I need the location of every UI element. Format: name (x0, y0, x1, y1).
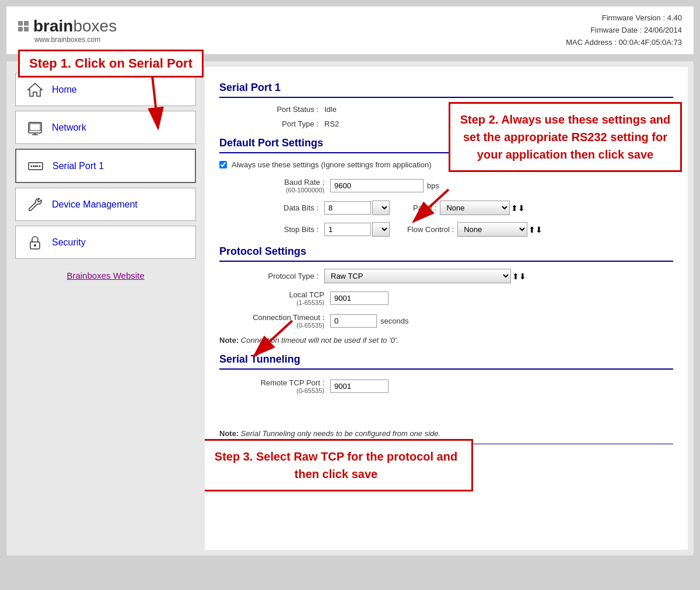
svg-point-14 (34, 244, 36, 247)
serial-icon (25, 156, 46, 176)
port-status-value: Idle (324, 105, 337, 114)
connection-timeout-input[interactable] (330, 314, 377, 328)
always-use-checkbox[interactable] (219, 161, 227, 168)
svg-point-10 (34, 165, 36, 167)
mac-value: 00:0A:4F:05:0A:73 (619, 38, 682, 47)
port-status-label: Port Status : (219, 105, 324, 114)
port-type-value: RS2 (324, 120, 339, 128)
protocol-type-select[interactable]: Raw TCP Virtual COM Telnet UDP (324, 269, 511, 283)
data-bits-input[interactable] (324, 201, 371, 215)
logo-text: brainboxes (33, 17, 117, 36)
remote-tcp-row: Remote TCP Port : (0-65535) (219, 378, 673, 394)
network-icon (24, 117, 45, 138)
port-type-label: Port Type : (219, 120, 324, 128)
sidebar-item-home-label: Home (52, 85, 77, 95)
step3-annotation: Step 3. Select Raw TCP for the protocol … (205, 439, 473, 491)
note2-text: Serial Tunneling only needs to be config… (241, 429, 440, 438)
baud-rate-label: Baud Rate : (284, 178, 324, 187)
remote-tcp-input[interactable] (330, 380, 388, 393)
flow-control-select[interactable]: None RTS/CTS XON/XOFF (457, 222, 527, 237)
sidebar-item-serial-label: Serial Port 1 (52, 161, 104, 171)
firmware-date-label: Fimware Date : (590, 26, 642, 34)
main-container: Step 1. Click on Serial Port (6, 61, 694, 556)
flow-arrow-icon: ⬆⬇ (528, 225, 542, 234)
firmware-version-label: Firmware Version : (602, 13, 665, 22)
svg-line-1 (152, 76, 158, 128)
data-bits-spinner[interactable]: ⬆⬇ (372, 201, 390, 215)
parity-arrow-icon: ⬆⬇ (511, 203, 525, 213)
svg-marker-2 (28, 83, 42, 96)
protocol-type-row: Protocol Type : Raw TCP Virtual COM Teln… (219, 269, 673, 283)
local-tcp-input[interactable] (330, 292, 388, 305)
arrow3 (240, 309, 310, 369)
remote-tcp-label: Remote TCP Port : (261, 378, 324, 387)
local-tcp-row: Local TCP (1-65535) (219, 290, 673, 306)
content-area: Step 2. Always use these settings and se… (205, 67, 688, 550)
wrench-icon (24, 194, 45, 215)
local-tcp-sublabel: (1-65535) (296, 299, 324, 306)
protocol-type-label: Protocol Type : (219, 272, 324, 280)
stop-bits-spinner[interactable]: ⬆⬇ (372, 222, 390, 237)
website-link-text[interactable]: Brainboxes Website (66, 271, 144, 280)
sidebar-item-network-label: Network (52, 122, 86, 133)
firmware-version-value: 4.40 (667, 13, 682, 22)
svg-line-16 (414, 189, 449, 222)
serial-port-title: Serial Port 1 (219, 82, 673, 98)
step2-annotation: Step 2. Always use these settings and se… (449, 102, 682, 172)
sidebar-item-serial-port[interactable]: Serial Port 1 (15, 149, 196, 183)
svg-point-12 (38, 165, 40, 167)
svg-point-8 (30, 165, 32, 167)
note2: Note: Serial Tunneling only needs to be … (219, 429, 673, 438)
logo-dots (18, 21, 29, 31)
website-link[interactable]: Brainboxes Website (15, 271, 196, 280)
connection-timeout-unit: seconds (380, 317, 408, 325)
svg-point-9 (33, 165, 34, 167)
logo-url: www.brainboxes.com (34, 36, 100, 44)
page-header: brainboxes www.brainboxes.com Firmware V… (6, 6, 694, 55)
stop-bits-label: Stop Bits : (219, 225, 324, 234)
svg-rect-3 (29, 122, 41, 133)
data-bits-label: Data Bits : (219, 203, 324, 212)
sidebar-item-security-label: Security (52, 237, 86, 248)
remote-tcp-sublabel: (0-65535) (296, 387, 324, 394)
device-info: Firmware Version : 4.40 Fimware Date : 2… (566, 12, 682, 48)
logo: brainboxes www.brainboxes.com (18, 17, 117, 44)
svg-rect-4 (30, 124, 40, 131)
lock-icon (24, 232, 45, 252)
sidebar-item-device-label: Device Management (52, 199, 138, 210)
arrow2 (402, 184, 460, 232)
sidebar-item-security[interactable]: Security (15, 226, 196, 259)
home-icon (24, 79, 45, 100)
firmware-date-value: 24/06/2014 (644, 26, 682, 34)
svg-line-18 (254, 321, 292, 356)
sidebar-item-device-management[interactable]: Device Management (15, 188, 196, 221)
always-use-label: Always use these settings (Ignore settin… (232, 160, 432, 169)
protocol-arrow-icon: ⬆⬇ (512, 272, 526, 281)
stop-bits-input[interactable] (324, 223, 371, 236)
svg-point-11 (36, 165, 38, 167)
baud-rate-sublabel: (60-1000000) (286, 187, 324, 194)
mac-label: MAC Address : (566, 38, 617, 47)
protocol-settings-title: Protocol Settings (219, 245, 673, 262)
arrow1 (141, 64, 211, 142)
local-tcp-label: Local TCP (289, 290, 324, 299)
